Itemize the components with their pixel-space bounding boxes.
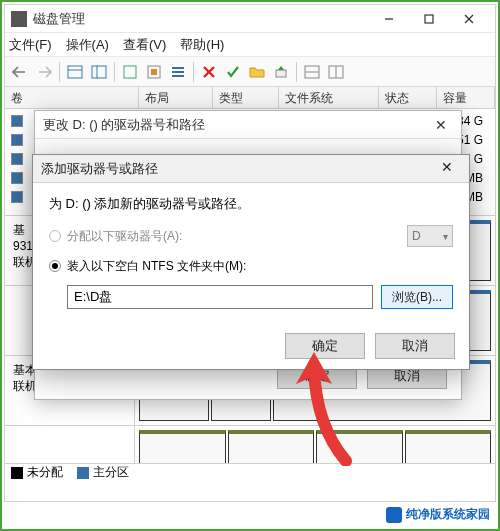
col-volume[interactable]: 卷 bbox=[5, 87, 139, 108]
minimize-button[interactable] bbox=[369, 7, 409, 31]
panel2-icon[interactable] bbox=[88, 61, 110, 83]
window-buttons bbox=[369, 7, 489, 31]
svg-rect-4 bbox=[68, 66, 82, 78]
radio-icon bbox=[49, 260, 61, 272]
window-title: 磁盘管理 bbox=[33, 10, 369, 28]
dialog-titlebar: 更改 D: () 的驱动器号和路径 ✕ bbox=[35, 111, 461, 139]
swatch-black-icon bbox=[11, 467, 23, 479]
volume-icon bbox=[11, 134, 23, 146]
volume-icon bbox=[11, 172, 23, 184]
svg-rect-6 bbox=[92, 66, 106, 78]
refresh-icon[interactable] bbox=[119, 61, 141, 83]
maximize-button[interactable] bbox=[409, 7, 449, 31]
disk-info bbox=[5, 426, 135, 463]
dialog-title: 添加驱动器号或路径 bbox=[41, 160, 433, 178]
volume-icon bbox=[11, 115, 23, 127]
close-button[interactable] bbox=[449, 7, 489, 31]
panel4-icon[interactable] bbox=[325, 61, 347, 83]
col-status[interactable]: 状态 bbox=[379, 87, 437, 108]
add-drive-path-dialog: 添加驱动器号或路径 ✕ 为 D: () 添加新的驱动器号或路径。 分配以下驱动器… bbox=[32, 154, 470, 370]
volume-icon bbox=[11, 153, 23, 165]
volume-icon bbox=[11, 191, 23, 203]
disk-row bbox=[5, 426, 495, 463]
dialog-prompt: 为 D: () 添加新的驱动器号或路径。 bbox=[49, 195, 453, 213]
partition[interactable] bbox=[228, 430, 315, 463]
delete-icon[interactable] bbox=[198, 61, 220, 83]
watermark-logo-icon bbox=[386, 507, 402, 523]
radio-icon bbox=[49, 230, 61, 242]
list-header: 卷 布局 类型 文件系统 状态 容量 bbox=[5, 87, 495, 109]
watermark: 纯净版系统家园 bbox=[386, 506, 490, 523]
legend: 未分配 主分区 bbox=[5, 463, 495, 481]
svg-rect-10 bbox=[151, 69, 157, 75]
toolbar bbox=[5, 57, 495, 87]
col-layout[interactable]: 布局 bbox=[139, 87, 213, 108]
panel1-icon[interactable] bbox=[64, 61, 86, 83]
radio-assign-letter[interactable]: 分配以下驱动器号(A): D ▾ bbox=[49, 225, 453, 247]
properties-icon[interactable] bbox=[143, 61, 165, 83]
check-icon[interactable] bbox=[222, 61, 244, 83]
col-type[interactable]: 类型 bbox=[213, 87, 279, 108]
close-icon[interactable]: ✕ bbox=[429, 117, 453, 133]
dialog-titlebar: 添加驱动器号或路径 ✕ bbox=[33, 155, 469, 183]
legend-unallocated: 未分配 bbox=[11, 464, 63, 481]
menubar: 文件(F) 操作(A) 查看(V) 帮助(H) bbox=[5, 33, 495, 57]
list-icon[interactable] bbox=[167, 61, 189, 83]
radio-label: 装入以下空白 NTFS 文件夹中(M): bbox=[67, 258, 246, 275]
drive-letter-combo: D ▾ bbox=[407, 225, 453, 247]
forward-icon[interactable] bbox=[33, 61, 55, 83]
disk-partitions bbox=[135, 426, 495, 463]
seek-up-icon[interactable] bbox=[270, 61, 292, 83]
menu-help[interactable]: 帮助(H) bbox=[180, 36, 224, 54]
mount-path-input[interactable] bbox=[67, 285, 373, 309]
back-icon[interactable] bbox=[9, 61, 31, 83]
partition[interactable] bbox=[316, 430, 403, 463]
watermark-text: 纯净版系统家园 bbox=[406, 506, 490, 523]
folder-icon[interactable] bbox=[246, 61, 268, 83]
disk-mgmt-icon bbox=[11, 11, 27, 27]
svg-rect-1 bbox=[425, 15, 433, 23]
chevron-down-icon: ▾ bbox=[443, 231, 448, 242]
titlebar: 磁盘管理 bbox=[5, 5, 495, 33]
dialog-title: 更改 D: () 的驱动器号和路径 bbox=[43, 116, 429, 134]
cancel-button[interactable]: 取消 bbox=[375, 333, 455, 359]
menu-action[interactable]: 操作(A) bbox=[66, 36, 109, 54]
col-fs[interactable]: 文件系统 bbox=[279, 87, 379, 108]
menu-view[interactable]: 查看(V) bbox=[123, 36, 166, 54]
svg-rect-8 bbox=[124, 66, 136, 78]
partition[interactable] bbox=[139, 430, 226, 463]
radio-mount-folder[interactable]: 装入以下空白 NTFS 文件夹中(M): bbox=[49, 255, 453, 277]
menu-file[interactable]: 文件(F) bbox=[9, 36, 52, 54]
close-icon[interactable]: ✕ bbox=[433, 159, 461, 179]
radio-label: 分配以下驱动器号(A): bbox=[67, 228, 182, 245]
panel3-icon[interactable] bbox=[301, 61, 323, 83]
svg-rect-16 bbox=[276, 70, 286, 77]
legend-primary: 主分区 bbox=[77, 464, 129, 481]
browse-button[interactable]: 浏览(B)... bbox=[381, 285, 453, 309]
partition[interactable] bbox=[405, 430, 492, 463]
col-capacity[interactable]: 容量 bbox=[437, 87, 495, 108]
ok-button[interactable]: 确定 bbox=[285, 333, 365, 359]
combo-value: D bbox=[412, 229, 421, 243]
swatch-blue-icon bbox=[77, 467, 89, 479]
